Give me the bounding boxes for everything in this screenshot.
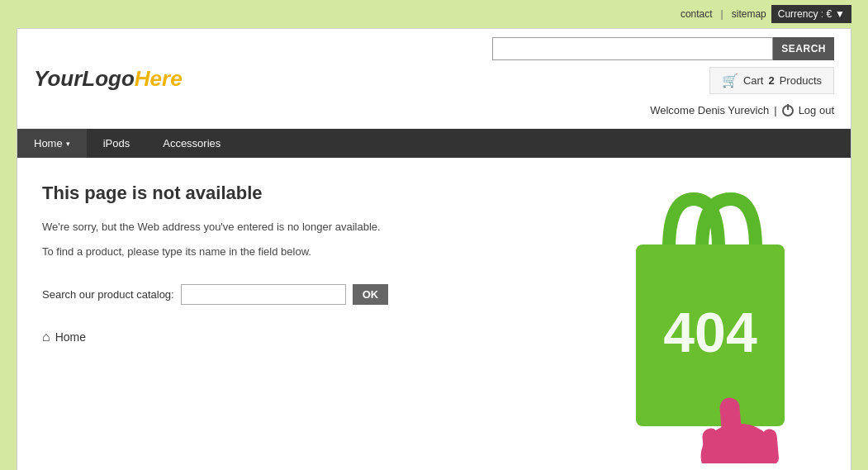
sitemap-link[interactable]: sitemap — [732, 8, 766, 20]
error-title: This page is not available — [42, 183, 595, 204]
cart-products-label: Products — [780, 74, 822, 87]
header-right: SEARCH 🛒 Cart 2 Products Welcome Denis Y… — [492, 37, 834, 120]
main-container: YourLogoHere SEARCH 🛒 Cart 2 Products W — [17, 28, 851, 470]
currency-arrow-icon: ▼ — [835, 8, 845, 20]
site-header: YourLogoHere SEARCH 🛒 Cart 2 Products W — [17, 29, 851, 129]
error-illustration: 404 — [595, 183, 826, 463]
top-bar: contact | sitemap Currency : € ▼ — [0, 0, 868, 28]
nav-bar: Home ▾ iPods Accessories — [17, 129, 851, 158]
home-page-link[interactable]: Home — [55, 330, 86, 344]
welcome-bar: Welcome Denis Yurevich | Log out — [650, 101, 834, 120]
svg-rect-6 — [761, 429, 780, 463]
currency-label: Currency : € — [778, 8, 832, 20]
cart-area: 🛒 Cart 2 Products — [709, 67, 834, 94]
search-input[interactable] — [492, 37, 773, 60]
welcome-text: Welcome Denis Yurevich — [650, 104, 769, 116]
nav-item-ipods[interactable]: iPods — [87, 129, 147, 158]
content-area: This page is not available We're sorry, … — [17, 158, 851, 470]
catalog-search-form: Search our product catalog: OK — [42, 284, 595, 305]
ok-button[interactable]: OK — [353, 284, 389, 305]
site-logo: YourLogoHere — [34, 66, 183, 92]
contact-link[interactable]: contact — [681, 8, 713, 20]
catalog-search-label: Search our product catalog: — [42, 288, 174, 301]
error-line2: To find a product, please type its name … — [42, 244, 595, 260]
logo-text-part1: YourLogo — [34, 66, 135, 91]
nav-home-label: Home — [34, 137, 63, 150]
search-button[interactable]: SEARCH — [773, 37, 834, 60]
cart-label: Cart — [743, 74, 764, 87]
svg-text:404: 404 — [663, 301, 757, 363]
search-bar: SEARCH — [492, 37, 834, 60]
page-wrapper: contact | sitemap Currency : € ▼ YourLog… — [0, 0, 868, 470]
home-icon: ⌂ — [42, 330, 50, 344]
separator-1: | — [721, 8, 723, 20]
nav-ipods-label: iPods — [103, 137, 130, 150]
error-line1: We're sorry, but the Web address you've … — [42, 219, 595, 235]
error-content: This page is not available We're sorry, … — [42, 183, 595, 463]
currency-button[interactable]: Currency : € ▼ — [771, 5, 851, 23]
nav-accessories-label: Accessories — [163, 137, 221, 150]
cart-icon: 🛒 — [722, 73, 738, 88]
bag-svg: 404 — [615, 183, 805, 463]
logout-link[interactable]: Log out — [799, 104, 834, 116]
logo-text-part2: Here — [135, 66, 183, 91]
cart-box[interactable]: 🛒 Cart 2 Products — [709, 67, 834, 94]
nav-item-home[interactable]: Home ▾ — [17, 129, 87, 158]
nav-item-accessories[interactable]: Accessories — [146, 129, 237, 158]
catalog-search-input[interactable] — [181, 284, 346, 305]
nav-home-arrow-icon: ▾ — [66, 140, 70, 148]
power-icon — [782, 105, 794, 116]
cart-count: 2 — [768, 74, 774, 87]
home-link-area: ⌂ Home — [42, 330, 595, 344]
welcome-separator: | — [774, 104, 776, 116]
